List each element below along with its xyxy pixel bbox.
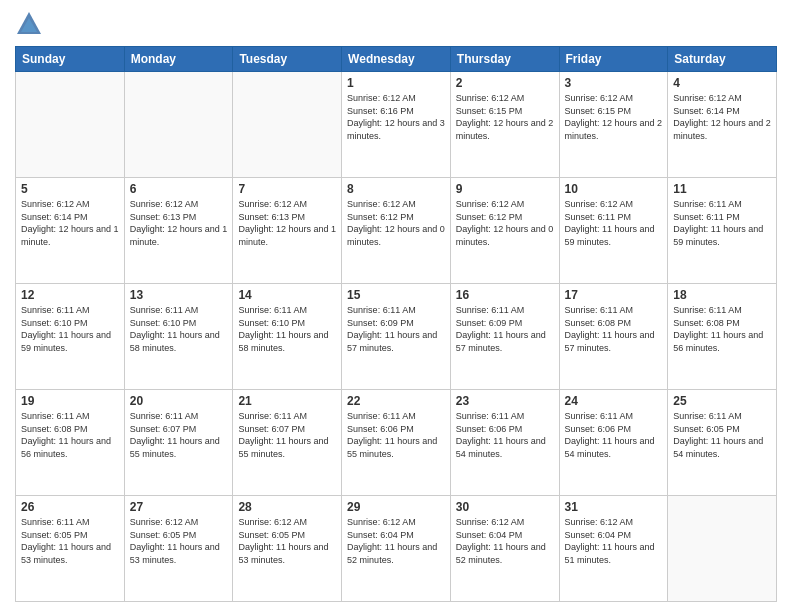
day-number: 14 [238,288,336,302]
day-cell: 23Sunrise: 6:11 AM Sunset: 6:06 PM Dayli… [450,390,559,496]
day-cell: 27Sunrise: 6:12 AM Sunset: 6:05 PM Dayli… [124,496,233,602]
day-number: 17 [565,288,663,302]
day-cell: 24Sunrise: 6:11 AM Sunset: 6:06 PM Dayli… [559,390,668,496]
day-number: 12 [21,288,119,302]
day-number: 31 [565,500,663,514]
day-number: 18 [673,288,771,302]
weekday-sunday: Sunday [16,47,125,72]
day-info: Sunrise: 6:12 AM Sunset: 6:04 PM Dayligh… [565,516,663,566]
day-info: Sunrise: 6:12 AM Sunset: 6:04 PM Dayligh… [456,516,554,566]
day-info: Sunrise: 6:11 AM Sunset: 6:08 PM Dayligh… [673,304,771,354]
calendar-table: SundayMondayTuesdayWednesdayThursdayFrid… [15,46,777,602]
day-cell: 6Sunrise: 6:12 AM Sunset: 6:13 PM Daylig… [124,178,233,284]
day-info: Sunrise: 6:11 AM Sunset: 6:05 PM Dayligh… [673,410,771,460]
day-number: 8 [347,182,445,196]
day-info: Sunrise: 6:11 AM Sunset: 6:09 PM Dayligh… [456,304,554,354]
day-cell: 13Sunrise: 6:11 AM Sunset: 6:10 PM Dayli… [124,284,233,390]
day-cell: 2Sunrise: 6:12 AM Sunset: 6:15 PM Daylig… [450,72,559,178]
day-cell: 25Sunrise: 6:11 AM Sunset: 6:05 PM Dayli… [668,390,777,496]
weekday-friday: Friday [559,47,668,72]
day-cell [16,72,125,178]
day-info: Sunrise: 6:12 AM Sunset: 6:16 PM Dayligh… [347,92,445,142]
week-row-1: 1Sunrise: 6:12 AM Sunset: 6:16 PM Daylig… [16,72,777,178]
day-cell: 7Sunrise: 6:12 AM Sunset: 6:13 PM Daylig… [233,178,342,284]
weekday-monday: Monday [124,47,233,72]
day-number: 1 [347,76,445,90]
day-info: Sunrise: 6:12 AM Sunset: 6:12 PM Dayligh… [456,198,554,248]
day-number: 4 [673,76,771,90]
day-number: 2 [456,76,554,90]
header [15,10,777,38]
day-info: Sunrise: 6:11 AM Sunset: 6:07 PM Dayligh… [130,410,228,460]
day-cell [668,496,777,602]
day-info: Sunrise: 6:11 AM Sunset: 6:10 PM Dayligh… [21,304,119,354]
day-cell: 8Sunrise: 6:12 AM Sunset: 6:12 PM Daylig… [342,178,451,284]
day-cell: 11Sunrise: 6:11 AM Sunset: 6:11 PM Dayli… [668,178,777,284]
day-number: 26 [21,500,119,514]
page: SundayMondayTuesdayWednesdayThursdayFrid… [0,0,792,612]
weekday-thursday: Thursday [450,47,559,72]
day-cell: 31Sunrise: 6:12 AM Sunset: 6:04 PM Dayli… [559,496,668,602]
day-number: 11 [673,182,771,196]
day-cell: 28Sunrise: 6:12 AM Sunset: 6:05 PM Dayli… [233,496,342,602]
week-row-5: 26Sunrise: 6:11 AM Sunset: 6:05 PM Dayli… [16,496,777,602]
day-cell: 21Sunrise: 6:11 AM Sunset: 6:07 PM Dayli… [233,390,342,496]
day-cell: 20Sunrise: 6:11 AM Sunset: 6:07 PM Dayli… [124,390,233,496]
day-cell: 9Sunrise: 6:12 AM Sunset: 6:12 PM Daylig… [450,178,559,284]
logo [15,10,47,38]
day-number: 21 [238,394,336,408]
weekday-wednesday: Wednesday [342,47,451,72]
day-number: 29 [347,500,445,514]
day-info: Sunrise: 6:11 AM Sunset: 6:05 PM Dayligh… [21,516,119,566]
day-number: 15 [347,288,445,302]
day-cell: 1Sunrise: 6:12 AM Sunset: 6:16 PM Daylig… [342,72,451,178]
day-cell: 12Sunrise: 6:11 AM Sunset: 6:10 PM Dayli… [16,284,125,390]
day-cell: 19Sunrise: 6:11 AM Sunset: 6:08 PM Dayli… [16,390,125,496]
day-number: 10 [565,182,663,196]
weekday-tuesday: Tuesday [233,47,342,72]
day-number: 16 [456,288,554,302]
day-number: 13 [130,288,228,302]
day-cell [124,72,233,178]
day-info: Sunrise: 6:12 AM Sunset: 6:13 PM Dayligh… [238,198,336,248]
day-cell: 4Sunrise: 6:12 AM Sunset: 6:14 PM Daylig… [668,72,777,178]
day-cell: 30Sunrise: 6:12 AM Sunset: 6:04 PM Dayli… [450,496,559,602]
day-info: Sunrise: 6:11 AM Sunset: 6:10 PM Dayligh… [130,304,228,354]
day-info: Sunrise: 6:11 AM Sunset: 6:07 PM Dayligh… [238,410,336,460]
day-number: 25 [673,394,771,408]
day-info: Sunrise: 6:12 AM Sunset: 6:14 PM Dayligh… [673,92,771,142]
day-number: 20 [130,394,228,408]
day-number: 27 [130,500,228,514]
weekday-saturday: Saturday [668,47,777,72]
day-info: Sunrise: 6:12 AM Sunset: 6:11 PM Dayligh… [565,198,663,248]
day-cell: 29Sunrise: 6:12 AM Sunset: 6:04 PM Dayli… [342,496,451,602]
day-number: 30 [456,500,554,514]
day-cell: 10Sunrise: 6:12 AM Sunset: 6:11 PM Dayli… [559,178,668,284]
day-cell: 3Sunrise: 6:12 AM Sunset: 6:15 PM Daylig… [559,72,668,178]
day-cell: 15Sunrise: 6:11 AM Sunset: 6:09 PM Dayli… [342,284,451,390]
day-cell [233,72,342,178]
week-row-4: 19Sunrise: 6:11 AM Sunset: 6:08 PM Dayli… [16,390,777,496]
day-number: 7 [238,182,336,196]
day-cell: 5Sunrise: 6:12 AM Sunset: 6:14 PM Daylig… [16,178,125,284]
day-info: Sunrise: 6:12 AM Sunset: 6:05 PM Dayligh… [130,516,228,566]
day-cell: 22Sunrise: 6:11 AM Sunset: 6:06 PM Dayli… [342,390,451,496]
day-info: Sunrise: 6:12 AM Sunset: 6:15 PM Dayligh… [456,92,554,142]
week-row-3: 12Sunrise: 6:11 AM Sunset: 6:10 PM Dayli… [16,284,777,390]
day-info: Sunrise: 6:12 AM Sunset: 6:15 PM Dayligh… [565,92,663,142]
day-number: 19 [21,394,119,408]
day-number: 22 [347,394,445,408]
day-info: Sunrise: 6:12 AM Sunset: 6:13 PM Dayligh… [130,198,228,248]
day-info: Sunrise: 6:11 AM Sunset: 6:08 PM Dayligh… [565,304,663,354]
day-info: Sunrise: 6:11 AM Sunset: 6:10 PM Dayligh… [238,304,336,354]
day-number: 9 [456,182,554,196]
day-number: 3 [565,76,663,90]
weekday-header-row: SundayMondayTuesdayWednesdayThursdayFrid… [16,47,777,72]
day-cell: 26Sunrise: 6:11 AM Sunset: 6:05 PM Dayli… [16,496,125,602]
day-info: Sunrise: 6:11 AM Sunset: 6:11 PM Dayligh… [673,198,771,248]
day-cell: 18Sunrise: 6:11 AM Sunset: 6:08 PM Dayli… [668,284,777,390]
day-number: 6 [130,182,228,196]
day-info: Sunrise: 6:11 AM Sunset: 6:06 PM Dayligh… [565,410,663,460]
day-info: Sunrise: 6:11 AM Sunset: 6:06 PM Dayligh… [347,410,445,460]
day-cell: 17Sunrise: 6:11 AM Sunset: 6:08 PM Dayli… [559,284,668,390]
